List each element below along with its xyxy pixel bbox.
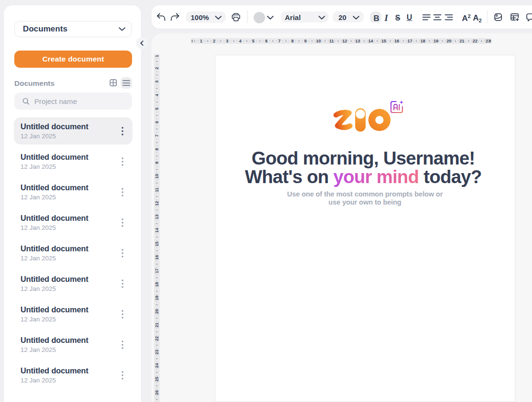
svg-text:13: 13 (154, 215, 159, 219)
svg-text:6: 6 (265, 39, 267, 43)
svg-text:16: 16 (394, 39, 399, 43)
svg-text:13: 13 (355, 39, 360, 43)
svg-text:12: 12 (154, 201, 159, 206)
svg-text:3: 3 (226, 39, 228, 43)
svg-text:17: 17 (407, 39, 412, 43)
svg-text:8: 8 (154, 148, 159, 150)
svg-text:21: 21 (154, 322, 159, 327)
svg-text:17: 17 (154, 268, 159, 273)
svg-text:20: 20 (446, 39, 451, 43)
svg-text:1: 1 (154, 55, 159, 57)
svg-text:10: 10 (316, 39, 321, 43)
svg-text:4: 4 (154, 94, 159, 96)
svg-text:23: 23 (154, 350, 159, 354)
svg-text:4: 4 (239, 39, 241, 43)
svg-text:14: 14 (368, 39, 373, 43)
svg-text:19: 19 (433, 39, 438, 43)
svg-text:23: 23 (485, 39, 490, 43)
svg-text:25: 25 (154, 377, 159, 381)
svg-text:6: 6 (154, 121, 159, 124)
svg-text:10: 10 (154, 174, 159, 179)
svg-text:19: 19 (154, 296, 159, 300)
svg-text:18: 18 (420, 39, 425, 43)
svg-text:22: 22 (472, 39, 477, 43)
svg-text:26: 26 (154, 390, 159, 395)
svg-text:21: 21 (460, 39, 464, 43)
svg-text:9: 9 (154, 162, 159, 164)
svg-text:2: 2 (213, 39, 215, 43)
svg-text:18: 18 (154, 282, 159, 287)
svg-text:15: 15 (381, 39, 386, 43)
svg-text:9: 9 (304, 39, 307, 43)
svg-text:20: 20 (154, 309, 159, 314)
svg-text:24: 24 (154, 363, 159, 368)
svg-text:2: 2 (154, 67, 159, 69)
svg-text:16: 16 (154, 255, 159, 260)
svg-text:11: 11 (329, 39, 334, 43)
svg-text:1: 1 (200, 39, 202, 43)
svg-text:7: 7 (154, 134, 159, 137)
svg-text:11: 11 (154, 187, 159, 192)
svg-text:22: 22 (154, 336, 159, 341)
svg-text:15: 15 (154, 241, 159, 246)
svg-text:5: 5 (154, 107, 159, 110)
svg-text:3: 3 (154, 81, 159, 83)
svg-text:12: 12 (342, 39, 347, 43)
svg-text:7: 7 (278, 39, 280, 43)
svg-text:8: 8 (291, 39, 293, 43)
svg-text:5: 5 (252, 39, 254, 43)
svg-text:14: 14 (154, 228, 159, 233)
